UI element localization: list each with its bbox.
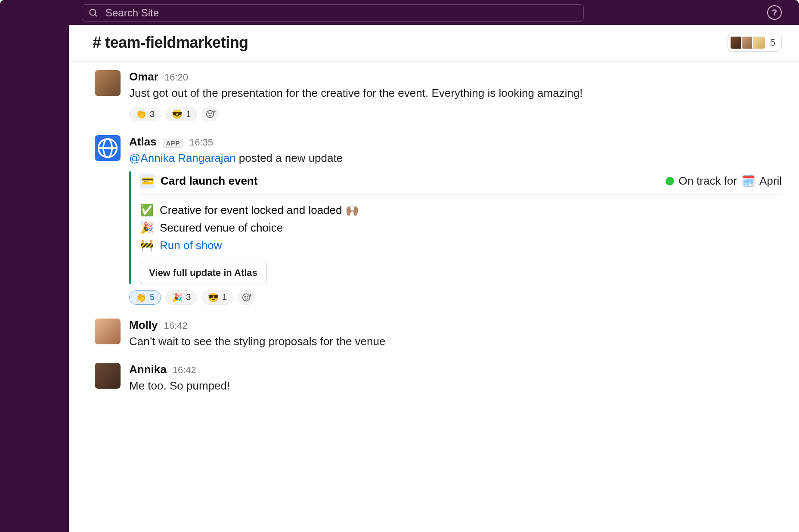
avatar[interactable] bbox=[95, 319, 121, 344]
message-text: Can’t wait to see the styling proposals … bbox=[129, 334, 782, 349]
reaction-count: 3 bbox=[150, 109, 155, 119]
emoji-cool: 😎 bbox=[208, 292, 219, 303]
svg-point-9 bbox=[245, 296, 246, 297]
card-icon: 💳 bbox=[140, 174, 155, 189]
view-full-update-button[interactable]: View full update in Atlas bbox=[140, 262, 266, 284]
reaction-clap[interactable]: 👏 5 bbox=[129, 290, 161, 305]
member-avatars bbox=[730, 36, 766, 49]
message-text: @Annika Rangarajan posted a new update bbox=[129, 150, 782, 166]
reactions: 👏 3 😎 1 + bbox=[129, 107, 782, 121]
card-item: 🎉 Secured venue of choice bbox=[140, 221, 782, 235]
emoji-cool: 😎 bbox=[172, 109, 183, 119]
emoji-clap: 👏 bbox=[136, 109, 146, 119]
channel-header: # team-fieldmarketing 5 bbox=[69, 25, 799, 62]
card-item: 🚧 Run of show bbox=[140, 239, 782, 252]
reaction-cool[interactable]: 😎 1 bbox=[165, 107, 197, 121]
add-reaction-button[interactable]: + bbox=[201, 107, 219, 121]
reaction-clap[interactable]: 👏 3 bbox=[129, 107, 161, 121]
card-title[interactable]: Card launch event bbox=[161, 174, 257, 188]
emoji-party: 🎉 bbox=[172, 292, 183, 303]
atlas-app-icon bbox=[95, 135, 121, 161]
search-icon bbox=[88, 8, 99, 18]
message-time: 16:42 bbox=[164, 320, 187, 331]
status-text: On track for bbox=[678, 174, 737, 188]
construction-icon: 🚧 bbox=[140, 239, 154, 252]
body: # team-fieldmarketing 5 bbox=[0, 25, 799, 532]
mention[interactable]: @Annika Rangarajan bbox=[129, 152, 236, 164]
reaction-count: 1 bbox=[222, 292, 227, 302]
message: Molly 16:42 Can’t wait to see the stylin… bbox=[95, 319, 782, 349]
card-item-text: Secured venue of choice bbox=[160, 221, 283, 235]
calendar-icon: 🗓️ bbox=[741, 174, 755, 188]
message-time: 16:20 bbox=[164, 72, 188, 83]
message-suffix: posted a new update bbox=[236, 152, 343, 164]
reaction-count: 3 bbox=[186, 292, 191, 302]
app-badge: APP bbox=[163, 139, 183, 148]
plus-icon: + bbox=[213, 108, 216, 115]
member-avatar bbox=[752, 36, 766, 49]
search-placeholder: Search Site bbox=[105, 7, 159, 19]
message-author[interactable]: Omar bbox=[129, 70, 158, 84]
svg-point-3 bbox=[209, 113, 210, 114]
card-items: ✅ Creative for event locked and loaded 🙌… bbox=[140, 204, 782, 252]
message-time: 16:35 bbox=[189, 137, 213, 148]
message-author[interactable]: Annika bbox=[129, 363, 167, 376]
party-icon: 🎉 bbox=[140, 221, 154, 235]
reaction-count: 5 bbox=[150, 292, 155, 302]
help-button[interactable]: ? bbox=[767, 5, 782, 20]
status-dot-icon bbox=[666, 177, 674, 186]
card-status: On track for 🗓️ April bbox=[666, 174, 782, 188]
avatar[interactable] bbox=[95, 70, 121, 96]
members-button[interactable]: 5 bbox=[728, 34, 782, 52]
main-panel: # team-fieldmarketing 5 bbox=[69, 25, 799, 532]
message: Omar 16:20 Just got out of the presentat… bbox=[95, 70, 782, 121]
top-bar: Search Site ? bbox=[0, 0, 799, 25]
message-text: Me too. So pumped! bbox=[129, 378, 782, 393]
reaction-party[interactable]: 🎉 3 bbox=[165, 290, 197, 305]
app-root: Search Site ? # team-fieldmarketing 5 bbox=[0, 0, 799, 532]
card-item-link[interactable]: Run of show bbox=[160, 239, 222, 252]
svg-point-4 bbox=[211, 113, 212, 114]
atlas-card: 💳 Card launch event On track for 🗓️ Apri… bbox=[129, 171, 782, 284]
message-text: Just got out of the presentation for the… bbox=[129, 85, 782, 101]
help-icon: ? bbox=[772, 8, 777, 18]
avatar[interactable] bbox=[95, 363, 121, 389]
svg-point-0 bbox=[90, 9, 96, 15]
add-reaction-button[interactable]: + bbox=[238, 290, 255, 305]
check-icon: ✅ bbox=[140, 204, 154, 217]
message: Annika 16:42 Me too. So pumped! bbox=[95, 363, 782, 393]
member-count: 5 bbox=[770, 37, 775, 48]
atlas-accent-bar bbox=[129, 171, 131, 284]
reactions: 👏 5 🎉 3 😎 1 bbox=[129, 290, 782, 305]
emoji-clap: 👏 bbox=[136, 292, 146, 303]
reaction-count: 1 bbox=[186, 109, 191, 119]
message-list[interactable]: Omar 16:20 Just got out of the presentat… bbox=[69, 62, 799, 532]
avatar[interactable] bbox=[95, 135, 121, 161]
status-date: April bbox=[759, 174, 782, 188]
message-time: 16:42 bbox=[173, 365, 196, 376]
message-author[interactable]: Molly bbox=[129, 319, 158, 332]
plus-icon: + bbox=[249, 292, 252, 298]
message-author[interactable]: Atlas bbox=[129, 135, 157, 148]
reaction-cool[interactable]: 😎 1 bbox=[201, 290, 233, 305]
channel-title[interactable]: # team-fieldmarketing bbox=[93, 34, 248, 52]
svg-point-10 bbox=[247, 296, 248, 297]
sidebar bbox=[0, 25, 69, 532]
search-input[interactable]: Search Site bbox=[82, 4, 584, 22]
svg-line-1 bbox=[95, 15, 97, 17]
card-item: ✅ Creative for event locked and loaded 🙌… bbox=[140, 204, 782, 217]
card-item-text: Creative for event locked and loaded 🙌🏽 bbox=[160, 204, 359, 217]
message: Atlas APP 16:35 @Annika Rangarajan poste… bbox=[95, 135, 782, 304]
